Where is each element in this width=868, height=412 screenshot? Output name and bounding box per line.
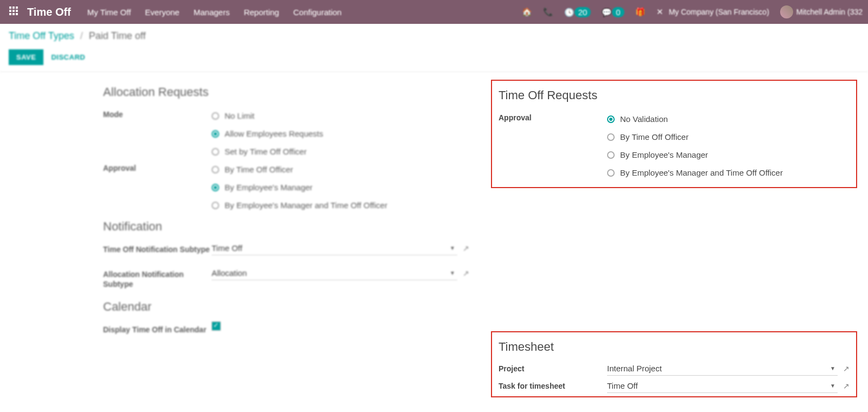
menu-reporting[interactable]: Reporting <box>244 8 279 17</box>
highlight-timeoff-requests: Time Off Requests Approval No Validation… <box>491 80 857 188</box>
label-project: Project <box>499 364 607 373</box>
label-timeoff-notif-subtype: Time Off Notification Subtype <box>103 241 212 254</box>
radio-alloc-approval-manager[interactable]: By Employee's Manager <box>212 178 469 196</box>
label-allocation-approval: Approval <box>103 160 212 172</box>
select-project[interactable]: Internal Project▼ <box>607 362 838 376</box>
label-mode: Mode <box>103 107 212 119</box>
chevron-down-icon: ▼ <box>828 365 838 371</box>
close-icon[interactable]: ✕ <box>656 7 663 17</box>
messaging-icon[interactable]: 💬0 <box>602 7 624 17</box>
radio-group-mode: No Limit Allow Employees Requests Set by… <box>212 107 469 160</box>
main-menu: My Time Off Everyone Managers Reporting … <box>87 8 342 17</box>
svg-rect-7 <box>12 13 15 15</box>
external-link-icon[interactable]: ↗ <box>843 364 850 373</box>
svg-rect-0 <box>9 7 11 9</box>
radio-approval-officer[interactable]: By Time Off Officer <box>607 128 850 146</box>
external-link-icon[interactable]: ↗ <box>463 244 469 253</box>
svg-rect-6 <box>9 13 11 15</box>
svg-rect-4 <box>12 10 15 12</box>
avatar <box>780 5 793 18</box>
radio-mode-no-limit[interactable]: No Limit <box>212 107 469 125</box>
menu-configuration[interactable]: Configuration <box>293 8 341 17</box>
highlight-timesheet: Timesheet Project Internal Project▼ ↗ Ta… <box>491 331 857 397</box>
label-timeoff-approval: Approval <box>499 110 607 122</box>
activity-icon[interactable]: 🕓20 <box>564 7 591 17</box>
label-allocation-notif-subtype: Allocation Notification Subtype <box>103 266 212 289</box>
apps-icon[interactable] <box>5 7 22 17</box>
top-nav: Time Off My Time Off Everyone Managers R… <box>0 0 868 24</box>
gift-icon[interactable]: 🎁 <box>635 7 646 17</box>
radio-group-timeoff-approval: No Validation By Time Off Officer By Emp… <box>607 110 850 182</box>
radio-mode-allow-requests[interactable]: Allow Employees Requests <box>212 125 469 143</box>
form-right-column: Time Off Requests Approval No Validation… <box>491 80 857 405</box>
control-panel: Time Off Types / Paid Time off SAVE DISC… <box>0 24 868 72</box>
menu-managers[interactable]: Managers <box>194 8 230 17</box>
radio-approval-both[interactable]: By Employee's Manager and Time Off Offic… <box>607 164 850 182</box>
chevron-down-icon: ▼ <box>448 245 457 251</box>
svg-rect-5 <box>16 10 18 12</box>
section-notification: Notification <box>103 220 469 234</box>
select-timeoff-notif-subtype[interactable]: Time Off▼ <box>212 241 457 255</box>
label-display-in-calendar: Display Time Off in Calendar <box>103 321 212 334</box>
form-left-column: Allocation Requests Mode No Limit Allow … <box>103 80 469 405</box>
checkbox-display-in-calendar[interactable] <box>212 321 221 331</box>
radio-alloc-approval-both[interactable]: By Employee's Manager and Time Off Offic… <box>212 196 469 214</box>
svg-rect-3 <box>9 10 11 12</box>
discard-button[interactable]: DISCARD <box>51 53 85 61</box>
select-task[interactable]: Time Off▼ <box>607 379 838 393</box>
chevron-down-icon: ▼ <box>448 270 457 276</box>
breadcrumb-parent[interactable]: Time Off Types <box>9 30 74 41</box>
user-menu[interactable]: Mitchell Admin (332 <box>796 8 863 16</box>
select-allocation-notif-subtype[interactable]: Allocation▼ <box>212 266 457 280</box>
svg-rect-2 <box>16 7 18 9</box>
svg-rect-8 <box>16 13 18 15</box>
section-timesheet: Timesheet <box>499 340 850 354</box>
radio-mode-set-by-officer[interactable]: Set by Time Off Officer <box>212 143 469 160</box>
radio-approval-no-validation[interactable]: No Validation <box>607 110 850 128</box>
breadcrumb: Time Off Types / Paid Time off <box>9 30 859 42</box>
chevron-down-icon: ▼ <box>828 383 838 389</box>
systray: 🏠 📞 🕓20 💬0 🎁 ✕ <box>522 7 663 17</box>
company-switcher[interactable]: My Company (San Francisco) <box>669 8 769 16</box>
section-timeoff-requests: Time Off Requests <box>499 88 850 102</box>
home-icon[interactable]: 🏠 <box>522 7 532 17</box>
app-brand[interactable]: Time Off <box>22 6 87 18</box>
form-sheet: Allocation Requests Mode No Limit Allow … <box>0 72 868 405</box>
svg-rect-1 <box>12 7 15 9</box>
section-allocation-requests: Allocation Requests <box>103 85 469 99</box>
external-link-icon[interactable]: ↗ <box>843 382 850 390</box>
phone-icon[interactable]: 📞 <box>543 7 553 17</box>
section-calendar: Calendar <box>103 300 469 314</box>
radio-alloc-approval-officer[interactable]: By Time Off Officer <box>212 160 469 178</box>
radio-approval-manager[interactable]: By Employee's Manager <box>607 146 850 164</box>
save-button[interactable]: SAVE <box>9 49 43 65</box>
menu-everyone[interactable]: Everyone <box>145 8 179 17</box>
label-task: Task for timesheet <box>499 382 607 390</box>
menu-my-timeoff[interactable]: My Time Off <box>87 8 131 17</box>
radio-group-allocation-approval: By Time Off Officer By Employee's Manage… <box>212 160 469 214</box>
breadcrumb-current: Paid Time off <box>89 30 146 41</box>
external-link-icon[interactable]: ↗ <box>463 269 469 278</box>
